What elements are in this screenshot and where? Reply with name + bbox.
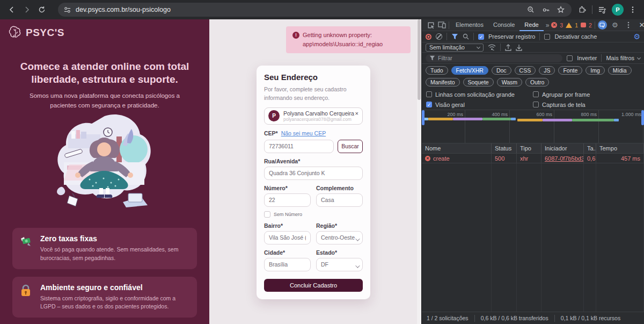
bookmark-star-icon[interactable] [555, 6, 566, 13]
extensions-icon[interactable] [578, 5, 587, 14]
column-header-tamanho[interactable]: Ta... [584, 143, 596, 153]
page-scrollbar[interactable] [417, 19, 421, 324]
devtools-close-icon[interactable]: ✕ [636, 20, 644, 30]
group-by-frame-checkbox[interactable] [533, 91, 539, 97]
waterfall-segment [482, 118, 511, 120]
rua-input[interactable] [264, 167, 363, 180]
chip-css[interactable]: CSS [515, 66, 536, 75]
user-chip[interactable]: P Polyana Carvalho Cerqueira polyanacerq… [264, 107, 363, 125]
requests-summary: 1 / 2 solicitações [427, 315, 469, 321]
error-toast: ! Getting unknown property: app\models\U… [286, 26, 411, 53]
chip-outro[interactable]: Outro [525, 78, 549, 87]
record-network-icon[interactable] [426, 34, 431, 40]
device-toolbar-icon[interactable] [436, 20, 447, 30]
chip-soquete[interactable]: Soquete [463, 78, 494, 87]
brain-logo-icon [8, 25, 24, 41]
request-name-cell[interactable]: ✕ create [422, 154, 492, 163]
statusbar-divider [554, 315, 555, 322]
more-filters-button[interactable]: Mais filtros [606, 55, 634, 61]
site-settings-icon[interactable] [63, 6, 71, 14]
network-toolbar: ✓ Preservar registro Desativar cache ⚙ [422, 31, 644, 42]
tab-elementos[interactable]: Elementos [451, 19, 488, 31]
page-scrollbar-thumb[interactable] [418, 19, 421, 100]
back-button[interactable] [5, 3, 18, 16]
url-bar[interactable]: dev.psycs.com.br/sou-psicologo [58, 3, 572, 17]
overview-checkbox[interactable]: ✓ [426, 102, 432, 107]
complemento-input[interactable] [316, 193, 363, 207]
column-header-tempo[interactable]: Tempo [596, 143, 644, 153]
chip-fetch-xhr[interactable]: Fetch/XHR [451, 66, 488, 75]
network-filter-field[interactable] [426, 54, 562, 62]
preserve-log-checkbox[interactable]: ✓ [478, 34, 484, 40]
timeline-left-handle[interactable] [422, 110, 425, 125]
issues-badge-icon[interactable] [581, 23, 586, 27]
resources-summary: 0,1 kB / 0,1 kB recursos [561, 315, 620, 321]
import-har-icon[interactable] [505, 44, 511, 51]
big-request-rows-label: Linhas com solicitação grande [435, 91, 515, 98]
bairro-input[interactable] [264, 231, 311, 244]
forward-button[interactable] [20, 3, 33, 16]
filter-funnel-icon[interactable] [451, 33, 458, 40]
screenshots-checkbox[interactable] [533, 102, 539, 107]
search-network-icon[interactable] [463, 33, 469, 40]
column-header-iniciador[interactable]: Iniciador [541, 143, 584, 153]
reload-button[interactable] [35, 3, 48, 16]
chip-tudo[interactable]: Tudo [426, 66, 448, 75]
lock-icon [20, 283, 34, 312]
media-controls-icon[interactable] [598, 5, 606, 14]
network-settings-icon[interactable]: ⚙ [633, 32, 640, 41]
big-request-rows-checkbox[interactable] [426, 91, 432, 97]
issues-count[interactable]: 2 [589, 22, 592, 28]
tick-600ms: 600 ms [536, 112, 554, 117]
user-chip-close-icon[interactable]: × [355, 110, 358, 117]
error-count[interactable]: 3 [560, 22, 563, 28]
chip-wasm[interactable]: Wasm [497, 78, 522, 87]
column-header-nome[interactable]: Nome [422, 143, 492, 153]
chip-fonte[interactable]: Fonte [558, 66, 582, 75]
form-title: Seu Endereço [264, 73, 363, 82]
zoom-page-icon[interactable] [525, 6, 536, 13]
network-filter-input[interactable] [438, 55, 559, 61]
estado-label: Estado* [316, 249, 363, 256]
sem-numero-checkbox[interactable] [264, 211, 270, 218]
cep-input[interactable] [264, 140, 334, 153]
waterfall-segment [511, 118, 516, 120]
devtools-menu-icon[interactable] [623, 20, 634, 30]
column-header-tipo[interactable]: Tipo [517, 143, 541, 153]
devtools-companion-icon[interactable] [598, 20, 607, 30]
more-tabs-icon[interactable]: » [544, 21, 552, 29]
chip-manifesto[interactable]: Manifesto [426, 78, 460, 87]
submit-button[interactable]: Concluir Cadastro [264, 279, 363, 292]
waterfall-segment [453, 118, 482, 120]
password-key-icon[interactable] [540, 6, 551, 14]
network-overview-timeline[interactable]: 200 ms 400 ms 600 ms 800 ms 1.000 ms [422, 110, 644, 143]
clear-network-icon[interactable] [436, 33, 442, 40]
browser-menu-icon[interactable] [629, 6, 636, 13]
devtools-settings-icon[interactable]: ⚙ [610, 20, 620, 30]
buscar-button[interactable]: Buscar [338, 140, 363, 153]
profile-avatar[interactable]: P [612, 4, 624, 16]
inspect-element-icon[interactable] [426, 20, 436, 30]
warning-badge-icon[interactable] [566, 23, 572, 28]
throttling-select[interactable]: Sem limitação [426, 44, 484, 52]
warning-count[interactable]: 1 [575, 22, 578, 28]
chip-midia[interactable]: Mídia [608, 66, 632, 75]
chip-doc[interactable]: Doc [492, 66, 511, 75]
invert-checkbox[interactable] [567, 55, 573, 61]
chip-js[interactable]: JS [539, 66, 555, 75]
numero-input[interactable] [264, 193, 311, 207]
tab-rede[interactable]: Rede [519, 19, 543, 31]
error-badge-icon[interactable]: ✕ [551, 22, 557, 28]
disable-cache-checkbox[interactable] [544, 34, 550, 40]
url-text[interactable]: dev.psycs.com.br/sou-psicologo [76, 6, 521, 13]
cidade-input[interactable] [264, 258, 311, 271]
chip-img[interactable]: Img [586, 66, 605, 75]
request-iniciador-link[interactable]: 6087-0f7b5bd349 [541, 154, 584, 163]
export-har-icon[interactable] [516, 44, 522, 51]
column-header-status[interactable]: Status [492, 143, 517, 153]
timeline-right-handle[interactable] [641, 110, 644, 125]
network-conditions-icon[interactable] [488, 44, 496, 51]
cep-help-link[interactable]: Não sei meu CEP [281, 130, 326, 136]
network-request-row[interactable]: ✕ create 500 xhr 6087-0f7b5bd349 0,6 ...… [422, 154, 644, 163]
tab-console[interactable]: Console [488, 19, 519, 31]
